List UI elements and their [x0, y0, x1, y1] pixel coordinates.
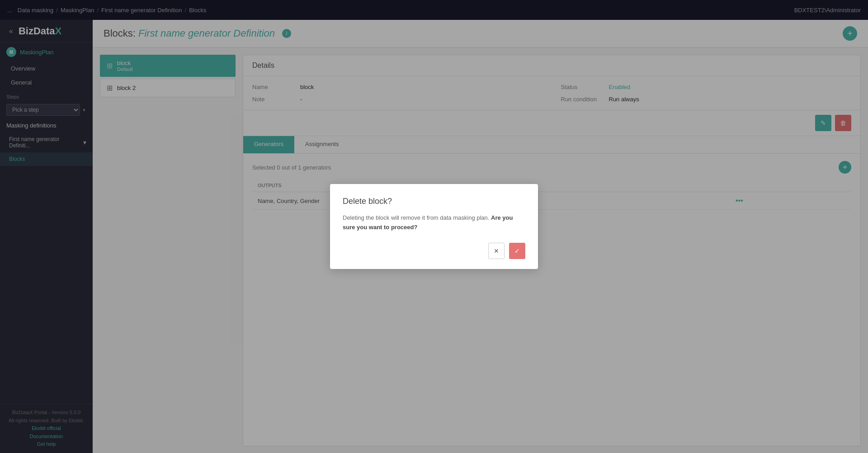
modal-title: Delete block? — [343, 197, 525, 206]
modal-actions: ✕ ✓ — [343, 243, 525, 259]
modal-confirm-button[interactable]: ✓ — [509, 243, 525, 259]
modal-body: Deleting the block will remove it from d… — [343, 213, 525, 232]
confirm-icon: ✓ — [514, 247, 520, 255]
modal-body-text: Deleting the block will remove it from d… — [343, 214, 489, 221]
delete-modal: Delete block? Deleting the block will re… — [330, 184, 538, 269]
cancel-icon: ✕ — [494, 247, 499, 255]
modal-cancel-button[interactable]: ✕ — [488, 243, 505, 259]
modal-overlay: Delete block? Deleting the block will re… — [0, 0, 868, 453]
